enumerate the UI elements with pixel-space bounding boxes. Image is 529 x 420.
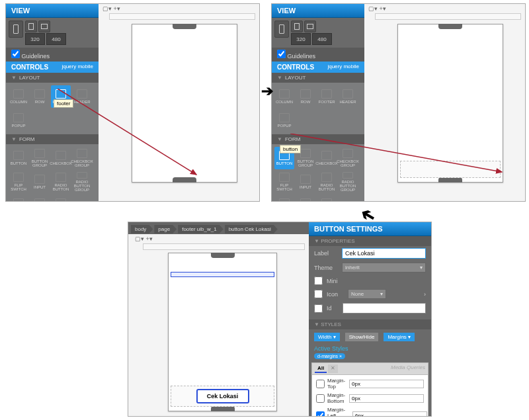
theme-row: Themeinherit▾ — [309, 261, 431, 274]
guidelines-checkbox-row[interactable]: Guidelines — [6, 48, 99, 62]
guidelines-label: Guidelines — [288, 53, 316, 60]
left-sidebar: VIEW 320 480 Guidelines CONTROLSjquery m… — [6, 4, 99, 202]
palette-row[interactable]: ROW — [296, 85, 315, 108]
palette-column[interactable]: COLUMN — [9, 85, 28, 108]
design-canvas[interactable]: ▢▾ +▾ — [364, 4, 525, 201]
palette-popup[interactable]: POPUP — [9, 109, 28, 132]
form-group-header[interactable]: ▼FORM — [272, 134, 364, 144]
margin-bottom-check[interactable] — [316, 394, 325, 403]
margin-top-row: Margin-Top — [313, 376, 427, 391]
guidelines-checkbox[interactable] — [11, 50, 20, 58]
palette-button[interactable]: BUTTON — [9, 147, 28, 169]
device-tablet-landscape[interactable] — [38, 21, 50, 32]
canvas-corner-menu[interactable]: ▢▾ +▾ — [102, 5, 120, 12]
footer-dropzone[interactable] — [400, 161, 501, 178]
palette-radio[interactable]: RADIO BUTTON — [317, 171, 337, 193]
palette-flip-switch[interactable]: FLIP SWITCH — [274, 171, 294, 193]
palette-input[interactable]: INPUT — [296, 171, 315, 193]
palette-checkbox-group[interactable]: CHECKBOX GROUP — [72, 147, 92, 169]
guidelines-checkbox[interactable] — [277, 50, 286, 58]
palette-slider[interactable]: SLIDER — [296, 194, 315, 202]
device-tablet-landscape[interactable] — [304, 21, 316, 32]
footer-zone[interactable]: Cek Lokasi — [171, 386, 274, 407]
tab-width[interactable]: Width ▾ — [314, 333, 340, 341]
device-mockup[interactable]: Cek Lokasi — [168, 253, 277, 411]
palette-radio[interactable]: RADIO BUTTON — [51, 171, 71, 193]
tab-close[interactable]: ✕ — [328, 364, 338, 373]
height-input[interactable]: 480 — [312, 33, 332, 45]
layout-palette: COLUMN ROW FOOTER HEADER POPUP — [6, 83, 99, 134]
height-input[interactable]: 480 — [46, 33, 66, 45]
margin-left-check[interactable] — [316, 411, 325, 417]
palette-header[interactable]: HEADER — [72, 85, 92, 108]
tab-margins[interactable]: Margins ▾ — [384, 333, 415, 341]
palette-row[interactable]: ROW — [30, 85, 50, 108]
palette-textarea[interactable]: TEXTAREA — [317, 194, 337, 202]
id-input[interactable] — [343, 303, 426, 314]
width-input[interactable]: 320 — [25, 33, 45, 45]
palette-select[interactable]: SELECT — [274, 194, 294, 202]
palette-popup[interactable]: POPUP — [274, 109, 294, 132]
mini-checkbox[interactable] — [314, 276, 323, 285]
margin-bottom-value[interactable] — [349, 394, 424, 403]
controls-subtitle: jquery mobile — [61, 63, 93, 71]
button-cek-lokasi[interactable]: Cek Lokasi — [196, 389, 249, 403]
device-tablet-portrait[interactable] — [291, 21, 303, 32]
tab-showhide[interactable]: Show/Hide — [345, 333, 379, 341]
palette-header[interactable]: HEADER — [338, 85, 358, 108]
form-group-header[interactable]: ▼FORM — [6, 134, 99, 144]
design-canvas[interactable]: ▢▾ +▾ — [99, 4, 259, 201]
width-input[interactable]: 320 — [291, 33, 311, 45]
device-tablet-portrait[interactable] — [25, 21, 37, 32]
theme-select[interactable]: inherit▾ — [342, 263, 426, 273]
theme-caption: Theme — [314, 265, 338, 271]
layout-group-header[interactable]: ▼LAYOUT — [272, 73, 364, 83]
canvas-corner-menu[interactable]: ▢▾ +▾ — [135, 235, 153, 242]
device-mockup[interactable] — [397, 24, 503, 183]
label-input[interactable] — [342, 248, 426, 259]
design-canvas[interactable]: ▢▾ +▾ Cek Lokasi — [128, 234, 309, 417]
form-label: FORM — [285, 136, 301, 142]
crumb-body[interactable]: body — [131, 225, 153, 233]
palette-button-group[interactable]: BUTTON GROUP — [30, 147, 50, 169]
palette-radio-group[interactable]: RADIO BUTTON GROUP — [338, 171, 358, 193]
palette-checkbox-group[interactable]: CHECKBOX GROUP — [338, 147, 358, 169]
icon-checkbox[interactable] — [314, 290, 323, 298]
palette-input[interactable]: INPUT — [30, 171, 50, 193]
palette-checkbox[interactable]: CHECKBOX — [317, 147, 337, 169]
margin-left-value[interactable] — [352, 411, 427, 417]
properties-label: PROPERTIES — [321, 238, 354, 244]
next-arrow-icon[interactable]: › — [424, 291, 426, 298]
palette-column[interactable]: COLUMN — [274, 85, 294, 108]
device-phone-portrait[interactable] — [9, 21, 23, 38]
styles-section-header[interactable]: ▼ STYLES — [309, 319, 431, 329]
crumb-button[interactable]: button Cek Lokasi — [225, 225, 278, 233]
palette-textarea[interactable]: TEXTAREA — [51, 194, 71, 202]
icon-select[interactable]: None▾ — [348, 289, 386, 299]
canvas-corner-menu[interactable]: ▢▾ +▾ — [368, 5, 386, 12]
palette-radio-group[interactable]: RADIO BUTTON GROUP — [72, 171, 92, 193]
properties-section-header[interactable]: ▼ PROPERTIES — [309, 236, 431, 246]
screenshot-step-2: VIEW 320 480 Guidelines CONTROLSjquery m… — [271, 3, 526, 202]
controls-panel-header: CONTROLSjquery mobile — [272, 62, 364, 73]
crumb-page[interactable]: page — [154, 225, 177, 233]
palette-slider[interactable]: SLIDER — [30, 194, 50, 202]
active-style-pill[interactable]: d-margins × — [314, 353, 345, 359]
id-checkbox[interactable] — [314, 304, 323, 313]
collapse-icon: ▼ — [277, 136, 282, 142]
crumb-footer[interactable]: footer uib_w_1 — [178, 225, 223, 233]
layout-group-header[interactable]: ▼LAYOUT — [6, 73, 99, 83]
palette-flip-switch[interactable]: FLIP SWITCH — [9, 171, 28, 193]
margin-top-value[interactable] — [349, 380, 424, 388]
tab-all[interactable]: All — [315, 364, 327, 373]
palette-select[interactable]: SELECT — [9, 194, 28, 202]
palette-footer[interactable]: FOOTER — [317, 85, 337, 108]
controls-subtitle: jquery mobile — [327, 63, 359, 71]
margin-top-check[interactable] — [316, 380, 325, 388]
collapse-icon: ▼ — [11, 75, 17, 81]
guidelines-checkbox-row[interactable]: Guidelines — [272, 48, 364, 62]
header-selection[interactable] — [171, 272, 274, 277]
device-phone-portrait[interactable] — [274, 21, 289, 38]
device-mockup[interactable] — [132, 24, 237, 183]
palette-checkbox[interactable]: CHECKBOX — [51, 147, 71, 169]
